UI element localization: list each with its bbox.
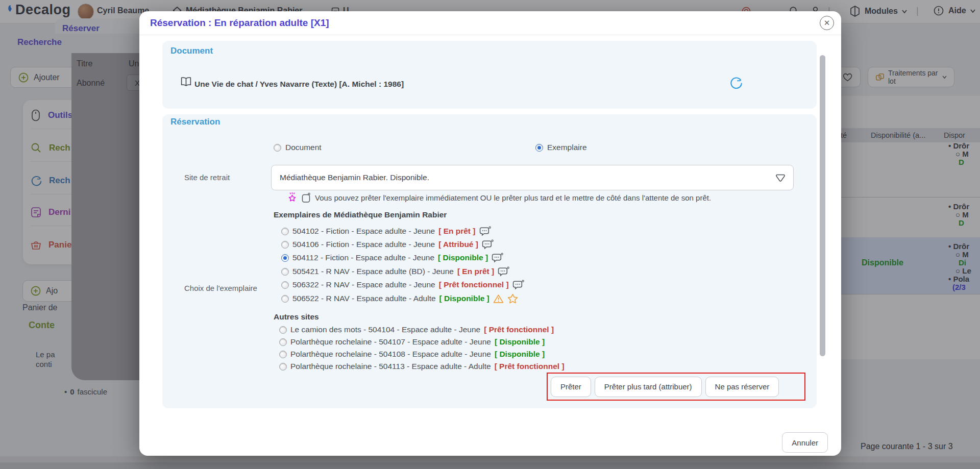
autres-sites-heading: Autres sites (274, 312, 319, 322)
preter-button[interactable]: Prêter (551, 377, 591, 397)
document-title: Une Vie de chat / Yves Navarre (Texte) [… (194, 80, 404, 89)
exemplaire-label: Polarthèque rochelaine - 504108 - Espace… (290, 350, 491, 359)
radio-button[interactable] (274, 144, 281, 152)
exemplaire-label: 506322 - R NAV - Espace adulte - Jeune (292, 280, 435, 289)
site-de-retrait-value: Médiathèque Benjamin Rabier. Disponible. (280, 165, 429, 190)
preter-plus-tard-button[interactable]: Prêter plus tard (attribuer) (595, 377, 702, 397)
reservation-type-exemplaire[interactable]: Exemplaire (535, 142, 587, 153)
ne-pas-reserver-button[interactable]: Ne pas réserver (705, 377, 779, 397)
exemplaire-option-505421[interactable]: 505421 - R NAV - Espace adulte (BD) - Je… (281, 266, 509, 277)
comment-icon[interactable] (482, 239, 494, 250)
radio-button[interactable] (281, 254, 289, 262)
cancel-button[interactable]: Annuler (782, 432, 828, 453)
exemplaire-label: Le camion des mots - 504104 - Espace adu… (290, 325, 480, 334)
exemplaire-status: [ Attribué ] (438, 240, 478, 249)
loading-refresh-icon[interactable] (729, 76, 743, 90)
exemplaire-status: [ Disponible ] (438, 253, 488, 262)
sparkle-icon (287, 192, 298, 204)
dropdown-arrow-icon[interactable] (776, 174, 785, 182)
scrollbar[interactable] (820, 55, 825, 356)
exemplaire-option-504107[interactable]: Polarthèque rochelaine - 504107 - Espace… (279, 336, 545, 348)
exemplaire-status: [ Prêt fonctionnel ] (439, 280, 509, 289)
radio-button[interactable] (279, 363, 287, 371)
comment-icon[interactable] (492, 253, 503, 263)
exemplaire-option-504102[interactable]: 504102 - Fiction - Espace adulte - Jeune… (281, 226, 491, 237)
radio-button[interactable] (281, 268, 289, 276)
radio-button[interactable] (281, 295, 289, 303)
exemplaire-label: Polarthèque rochelaine - 504107 - Espace… (290, 337, 491, 347)
book-icon (180, 77, 192, 87)
comment-icon[interactable] (498, 266, 509, 277)
exemplaire-option-506522[interactable]: 506522 - R NAV - Espace adulte - Adulte … (281, 293, 518, 304)
exemplaire-label: 504106 - Fiction - Espace adulte - Jeune (292, 240, 435, 249)
radio-button[interactable] (281, 241, 289, 249)
radio-button[interactable] (279, 351, 287, 358)
exemplaire-status: [ En prêt ] (457, 267, 494, 276)
reservation-section-heading: Réservation (170, 117, 220, 127)
divider (139, 35, 841, 35)
reservation-modal: Réservation : En réparation adulte [X1] … (139, 11, 841, 456)
exemplaire-option-504112[interactable]: 504112 - Fiction - Espace adulte - Jeune… (281, 252, 503, 263)
exemplaire-label: 505421 - R NAV - Espace adulte (BD) - Je… (292, 267, 454, 276)
exemplaire-option-504106[interactable]: 504106 - Fiction - Espace adulte - Jeune… (281, 239, 494, 250)
exemplaire-status: [ Prêt fonctionnel ] (484, 325, 554, 334)
exemplaire-label: 506522 - R NAV - Espace adulte - Adulte (292, 294, 436, 303)
exemplaire-label: 504102 - Fiction - Espace adulte - Jeune (292, 227, 435, 236)
comment-icon[interactable] (479, 226, 491, 237)
site-de-retrait-select[interactable]: Médiathèque Benjamin Rabier. Disponible. (271, 165, 794, 190)
comment-icon[interactable] (512, 280, 524, 290)
radio-label: Document (285, 143, 322, 152)
loan-hint-text: Vous pouvez prêter l'exemplaire immédiat… (315, 193, 711, 202)
exemplaire-option-506322[interactable]: 506322 - R NAV - Espace adulte - Jeune [… (281, 279, 524, 290)
exemplaire-status: [ Disponible ] (439, 294, 489, 303)
radio-button[interactable] (279, 326, 287, 334)
exemplaire-label: 504112 - Fiction - Espace adulte - Jeune (292, 253, 434, 262)
radio-label: Exemplaire (547, 143, 587, 152)
loan-hint: Vous pouvez prêter l'exemplaire immédiat… (287, 191, 711, 204)
reservation-type-document[interactable]: Document (274, 142, 322, 153)
local-exemplaires-heading: Exemplaires de Médiathèque Benjamin Rabi… (274, 210, 447, 219)
radio-button[interactable] (279, 338, 287, 346)
exemplaire-status: [ En prêt ] (438, 227, 475, 236)
exemplaire-status: [ Disponible ] (495, 350, 545, 359)
reservation-section: Réservation Document Exemplaire Site de … (162, 114, 817, 408)
exemplaire-status: [ Disponible ] (495, 337, 545, 347)
highlighted-actions-box: Prêter Prêter plus tard (attribuer) Ne p… (547, 373, 805, 401)
exemplaire-option-504113[interactable]: Polarthèque rochelaine - 504113 - Espace… (279, 361, 565, 372)
modal-title: Réservation : En réparation adulte [X1] (150, 17, 329, 29)
application-window: Decalog Cyril Beaume Médiathèque Benjami… (0, 0, 980, 469)
exemplaire-label: Polarthèque rochelaine - 504113 - Espace… (290, 362, 491, 371)
exemplaire-status: [ Prêt fonctionnel ] (495, 362, 565, 371)
close-icon[interactable]: ✕ (820, 16, 834, 30)
exemplaire-option-504104[interactable]: Le camion des mots - 504104 - Espace adu… (279, 324, 554, 335)
choix-exemplaire-label: Choix de l'exemplaire (184, 284, 257, 292)
document-section: Document Une Vie de chat / Yves Navarre … (162, 41, 817, 109)
exemplaire-option-504108[interactable]: Polarthèque rochelaine - 504108 - Espace… (279, 349, 545, 360)
warning-icon[interactable] (493, 294, 504, 304)
document-section-heading: Document (170, 46, 213, 56)
radio-button[interactable] (281, 228, 289, 235)
site-de-retrait-label: Site de retrait (184, 173, 230, 182)
star-icon[interactable] (507, 293, 518, 304)
note-icon (301, 192, 311, 204)
radio-button[interactable] (535, 144, 543, 152)
radio-button[interactable] (281, 281, 289, 289)
